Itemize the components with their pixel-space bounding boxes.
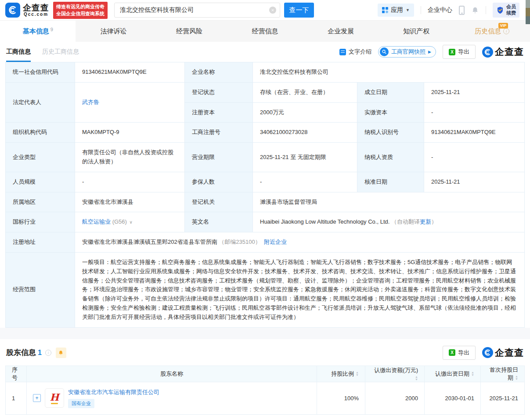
qcc-logo[interactable]: 企查查 Qcc.com [5,3,49,18]
col-ratio[interactable]: 持股比例▲▼ [317,366,365,382]
brand-name-cn: 企查查 [23,4,49,12]
section-divider [0,328,530,339]
main-tab-bar: 基本信息 9 法律诉讼 经营风险 经营信息 企业发展 知识产权 VIP 历史信息… [0,20,530,42]
field-label: 人员规模 [6,172,75,192]
field-value: Huaibei Jiaokong Low Altitude Technology… [253,212,525,232]
clear-search-icon[interactable]: × [269,7,276,14]
search-box: × [114,3,280,18]
caret-down-icon: ▼ [406,8,410,12]
expand-button[interactable]: + [33,394,41,402]
registered-address: 安徽省淮北市濉溪县濉溪镇五里郢202省道县车管所南 [82,239,217,245]
qcc-logo-icon [5,3,20,18]
text-intro-button[interactable]: 文字介绍 [339,48,371,56]
field-value: 2025-11-21 至 无固定期限 [253,143,357,172]
postcode: （邮编235100） [219,239,260,245]
enterprise-center-link[interactable]: 企业中心 [428,6,452,14]
nearby-companies-link[interactable]: 附近企业 [264,239,287,245]
mobile-app-icon[interactable] [459,6,465,15]
notification-bell-icon[interactable] [471,6,479,14]
state-owned-tag: 国有企业 [68,399,94,408]
grid-icon [382,7,388,13]
excel-icon: X [449,49,455,55]
chevron-down-icon[interactable]: ∨ [129,220,132,224]
tab-legal-litigation[interactable]: 法律诉讼 [76,21,151,42]
sort-icon: ▲▼ [471,371,474,377]
field-label: 登记状态 [185,82,253,102]
industry-code: (G56) [112,218,127,225]
business-scope-text: 一般项目：航空运营支持服务；航空商务服务；信息系统集成服务；智能无人飞行器制造；… [75,252,525,327]
snapshot-camera-icon [380,47,389,56]
tab-intellectual-property[interactable]: 知识产权 [379,21,454,42]
table-row: 1 + H 安徽省淮北市汽车运输有限责任公司 国有企业 100% 2000 20… [6,382,525,414]
col-subscribed-date[interactable]: 认缴出资日期▲▼ [425,366,481,382]
field-value: 2025-11-21 [424,172,525,192]
sort-icon: ▲▼ [356,371,359,377]
tab-operating-risk[interactable]: 经营风险 [151,21,227,42]
field-value: 2025-11-21 [424,82,525,102]
shareholders-count: 1 [38,349,42,357]
row-index: 1 [6,382,27,414]
bell-icon [58,350,64,356]
field-label: 核准日期 [357,172,424,192]
tab-history-info[interactable]: VIP 历史信息 i [454,21,530,42]
qcc-watermark-logo: 企查查 [482,347,524,359]
industry-link[interactable]: 航空运输业 [82,218,111,225]
field-label: 国标行业 [6,212,75,232]
col-shareholder-name: 股东名称 [27,366,317,382]
member-badge-icon [496,6,504,14]
shareholder-name-link[interactable]: 安徽省淮北市汽车运输有限责任公司 [68,389,159,395]
search-button[interactable]: 查一下 [284,3,314,18]
field-value: - [424,102,525,123]
subscribed-date: 2030-01-01 [425,382,481,414]
field-value: 有限责任公司（非自然人投资或控股的法人独资） [75,143,185,172]
shareholders-title: 股东信息 [6,348,36,358]
translate-update-link[interactable]: 更新 [420,218,431,225]
field-label: 成立日期 [357,82,424,102]
field-label: 登记机关 [185,192,253,212]
official-snapshot-button[interactable]: 工商官网快照 ▶ [378,46,436,58]
apps-menu[interactable]: 应用 ▼ [378,4,414,17]
field-label: 企业名称 [185,62,253,83]
field-label: 法定代表人 [6,82,75,123]
subtab-history-business-info[interactable]: 历史工商信息 [42,42,79,62]
vip-label-2: 续费 [506,10,516,16]
field-value: - [253,172,357,192]
vip-label-1: 会员 [506,4,516,10]
field-value: 淮北交控低空科技有限公司 [253,62,525,83]
col-index: 序号 [6,366,27,382]
qcc-watermark-logo: 企查查 [482,46,524,58]
tab-basic-info[interactable]: 基本信息 9 [0,21,76,42]
member-renew-button[interactable]: 会员 续费 [493,3,519,18]
shareholder-logo: H [45,388,64,408]
col-subscribed-amount[interactable]: 认缴出资额(万元)▲▼ [365,366,425,382]
search-input[interactable] [120,7,269,14]
sort-icon: ▲▼ [515,375,518,380]
shareholders-table: 序号 股东名称 持股比例▲▼ 认缴出资额(万元)▲▼ 认缴出资日期▲▼ 首次持股… [5,366,525,415]
tab-operating-info[interactable]: 经营信息 [227,21,303,42]
shareholders-export-button[interactable]: X 导出 [443,346,476,360]
field-value: 濉溪县市场监督管理局 [253,192,525,212]
info-icon[interactable]: i [503,28,509,34]
field-value: 存续（在营、开业、在册） [253,82,357,102]
play-arrow-icon: ▶ [428,50,431,54]
legal-rep-link[interactable]: 武齐鲁 [82,99,99,105]
field-value: MAK0MPTQ-9 [75,123,185,143]
field-label: 统一社会信用代码 [6,62,75,83]
export-button[interactable]: X 导出 [443,45,476,59]
tab-count: 9 [50,27,53,32]
field-label: 注册资本 [185,102,253,123]
col-first-holding-date[interactable]: 首次持股日期▲▼ [481,366,525,382]
field-value: - [75,172,185,192]
field-label: 营业期限 [185,143,253,172]
field-value: - [424,143,525,172]
brand-slogan: 缔造有远见的商业传奇 全国企业信用查询系统 [53,2,108,19]
monitor-bell-button[interactable] [56,348,66,358]
field-value: 安徽省淮北市濉溪县濉溪镇五里郢202省道县车管所南 （邮编235100） 附近企… [75,232,525,253]
field-label: 注册地址 [6,232,75,253]
document-icon [339,49,346,55]
tab-enterprise-development[interactable]: 企业发展 [303,21,379,42]
subtab-business-info[interactable]: 工商信息 [6,42,31,62]
apps-label: 应用 [391,6,403,14]
field-value: 航空运输业 (G56) ∨ [75,212,185,232]
info-icon[interactable]: i [45,350,51,356]
